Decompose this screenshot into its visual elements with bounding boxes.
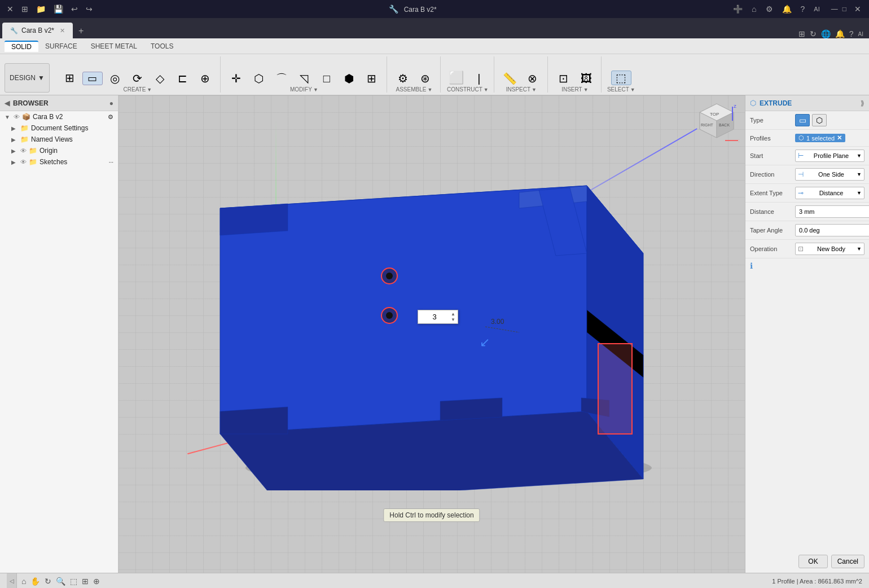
add-tab-btn[interactable]: + [74, 24, 88, 38]
user-icon[interactable]: AI [811, 5, 822, 14]
tab-icon-3[interactable]: 🌐 [821, 29, 831, 38]
tree-item-named-views[interactable]: ▶ 📁 Named Views [0, 134, 118, 145]
insert-label[interactable]: INSERT ▼ [554, 86, 596, 93]
ok-button[interactable]: OK [798, 555, 827, 568]
browser-collapse-arrow[interactable]: ◀ [5, 99, 10, 107]
loft-btn[interactable]: ◇ [150, 72, 170, 85]
construct-plane-btn[interactable]: ⬜ [446, 71, 467, 85]
select-btn[interactable]: ⬚ [611, 71, 631, 85]
new-tab-icon[interactable]: ➕ [731, 3, 745, 15]
eye-icon-root[interactable]: 👁 [14, 113, 20, 120]
type-btn-surface[interactable]: ⬡ [812, 114, 827, 126]
snap-icon[interactable]: ⊕ [93, 577, 100, 586]
tab-icon-4[interactable]: 🔔 [835, 29, 845, 38]
interference-btn[interactable]: ⊗ [523, 72, 543, 85]
press-pull-btn[interactable]: ⬡ [249, 72, 269, 85]
construct-label[interactable]: CONSTRUCT ▼ [446, 86, 489, 93]
tab-cara-b[interactable]: 🔧 Cara B v2* ✕ [2, 23, 73, 38]
assemble-btn[interactable]: ⚙ [393, 72, 413, 85]
close-btn[interactable]: ✕ [851, 3, 864, 15]
eye-icon-sketches[interactable]: 👁 [20, 159, 27, 165]
zoom-icon[interactable]: 🔍 [56, 577, 65, 586]
profiles-clear-btn[interactable]: ✕ [837, 134, 842, 142]
tab-close-icon[interactable]: ✕ [60, 27, 65, 34]
distance-field[interactable] [795, 205, 869, 218]
tab-icon-5[interactable]: ? [849, 29, 854, 38]
notification-icon[interactable]: 🔔 [780, 3, 794, 15]
distance-stepper[interactable]: ▲ ▼ [451, 311, 455, 322]
profiles-selected-badge[interactable]: ⬡ 1 selected ✕ [795, 134, 845, 142]
draft-btn[interactable]: ⬢ [339, 72, 359, 85]
extrude-btn[interactable]: ▭ [82, 72, 103, 85]
close-icon[interactable]: ✕ [5, 3, 16, 15]
ribbon-tab-surface[interactable]: SURFACE [38, 41, 84, 51]
construct-axis-btn[interactable]: | [469, 72, 489, 85]
loft-icon: ◇ [156, 73, 164, 84]
save-icon[interactable]: 💾 [51, 3, 65, 15]
operation-dropdown[interactable]: ⊡ New Body ▼ [795, 243, 864, 255]
orbit-icon[interactable]: ↻ [45, 577, 51, 586]
web-btn[interactable]: ⊕ [195, 72, 216, 85]
cancel-button[interactable]: Cancel [831, 555, 864, 568]
create-label[interactable]: CREATE ▼ [60, 86, 216, 93]
viewport[interactable]: 3.00 ↙ TOP RIGHT BACK Z X [118, 95, 745, 573]
tab-icon-2[interactable]: ↻ [810, 29, 817, 38]
tree-item-root[interactable]: ▼ 👁 📦 Cara B v2 ⚙ [0, 111, 118, 122]
maximize-btn[interactable]: □ [842, 5, 846, 13]
taper-angle-field[interactable] [795, 224, 869, 236]
eye-icon-origin[interactable]: 👁 [20, 147, 27, 154]
grid-icon[interactable]: ⊞ [19, 3, 30, 15]
select-label[interactable]: SELECT ▼ [607, 86, 635, 93]
grid-status-icon[interactable]: ⊞ [82, 577, 89, 586]
rib-btn[interactable]: ⊏ [173, 72, 193, 85]
home-status-icon[interactable]: ⌂ [21, 577, 26, 586]
decal-btn[interactable]: 🖼 [576, 72, 596, 85]
stepper-up[interactable]: ▲ [451, 311, 455, 317]
measure-btn[interactable]: 📏 [500, 72, 520, 85]
tree-item-origin[interactable]: ▶ 👁 📁 Origin [0, 145, 118, 156]
distance-input-field[interactable]: 3 [420, 313, 449, 321]
insert-mesh-btn[interactable]: ⊡ [554, 72, 574, 85]
help-icon[interactable]: ? [798, 3, 807, 15]
browser-bottom-handle[interactable]: ◁ [7, 573, 17, 589]
design-dropdown[interactable]: DESIGN ▼ [5, 63, 50, 93]
sweep-btn[interactable]: ⟳ [128, 72, 148, 85]
inspect-label[interactable]: INSPECT ▼ [500, 86, 543, 93]
tab-icon-1[interactable]: ⊞ [798, 29, 805, 38]
distance-input-overlay[interactable]: 3 ▲ ▼ [418, 310, 458, 324]
tab-icon-6[interactable]: AI [858, 31, 863, 37]
shell-btn[interactable]: □ [317, 72, 337, 85]
file-icon[interactable]: 📁 [34, 3, 48, 15]
tree-item-sketches[interactable]: ▶ 👁 📁 Sketches ··· [0, 156, 118, 168]
new-component-btn[interactable]: ⊞ [60, 71, 80, 85]
display-mode-icon[interactable]: ⬚ [70, 577, 77, 586]
minimize-btn[interactable]: — [831, 5, 838, 13]
direction-dropdown[interactable]: ⊣ One Side ▼ [795, 168, 864, 181]
tree-item-doc-settings[interactable]: ▶ 📁 Document Settings [0, 122, 118, 134]
joint-btn[interactable]: ⊛ [415, 72, 436, 85]
fillet-btn[interactable]: ⌒ [271, 72, 292, 85]
pan-icon[interactable]: ✋ [30, 577, 40, 586]
ribbon-tab-solid[interactable]: SOLID [5, 41, 38, 52]
start-dropdown[interactable]: ⊢ Profile Plane ▼ [795, 150, 864, 162]
undo-icon[interactable]: ↩ [69, 3, 80, 15]
settings-icon[interactable]: ⚙ [763, 3, 775, 15]
info-icon[interactable]: ℹ [750, 261, 753, 270]
assemble-label[interactable]: ASSEMBLE ▼ [393, 86, 436, 93]
browser-dot-menu[interactable]: ● [109, 99, 113, 107]
panel-expand-btn[interactable]: ⟫ [861, 99, 864, 107]
combine-btn[interactable]: ⊞ [362, 72, 382, 85]
orientation-cube[interactable]: TOP RIGHT BACK Z X [694, 101, 739, 146]
revolve-btn[interactable]: ◎ [105, 72, 125, 85]
gear-icon-root[interactable]: ⚙ [108, 113, 113, 121]
chamfer-btn[interactable]: ◹ [294, 72, 314, 85]
type-btn-solid[interactable]: ▭ [795, 114, 810, 126]
ribbon-tab-sheetmetal[interactable]: SHEET METAL [84, 41, 144, 51]
redo-icon[interactable]: ↪ [84, 3, 95, 15]
stepper-down[interactable]: ▼ [451, 317, 455, 323]
modify-label[interactable]: MODIFY ▼ [226, 86, 382, 93]
home-icon[interactable]: ⌂ [749, 3, 758, 15]
extent-type-dropdown[interactable]: ⊸ Distance ▼ [795, 187, 864, 199]
ribbon-tab-tools[interactable]: TOOLS [144, 41, 180, 51]
move-btn[interactable]: ✛ [226, 72, 247, 85]
